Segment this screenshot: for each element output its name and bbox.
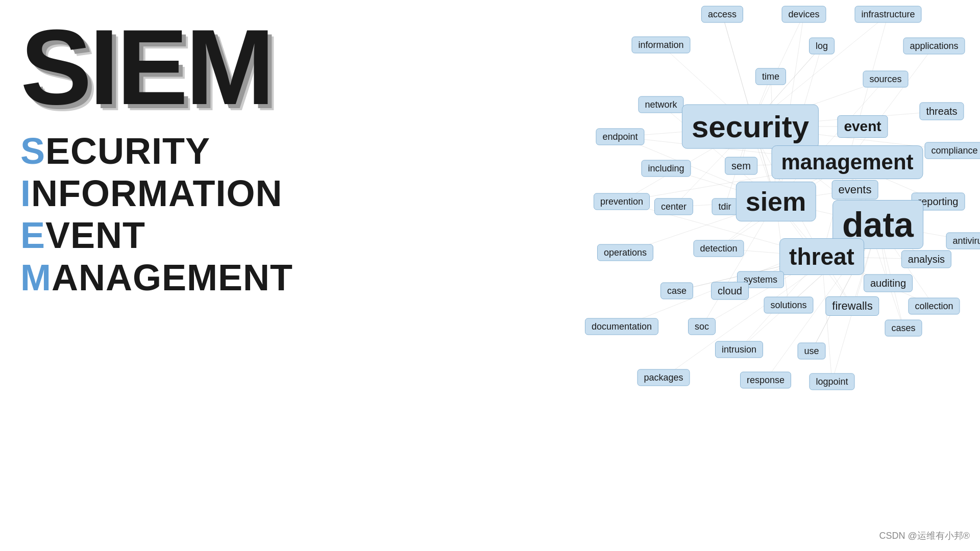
word-compliance: compliance — [924, 142, 980, 159]
word-infrastructure: infrastructure — [854, 6, 921, 23]
acronym-list: SECURITYINFORMATIONEVENTMANAGEMENT — [20, 130, 301, 299]
word-sources: sources — [863, 71, 908, 88]
word-logpoint: logpoint — [809, 373, 854, 390]
word-center: center — [654, 198, 693, 215]
word-log: log — [809, 38, 835, 55]
word-security: security — [682, 105, 819, 149]
word-operations: operations — [597, 244, 653, 261]
svg-line-41 — [847, 14, 888, 162]
acronym-letter: S — [20, 131, 45, 171]
word-devices: devices — [781, 6, 826, 23]
svg-line-70 — [822, 257, 832, 382]
word-threats: threats — [919, 103, 964, 120]
word-soc: soc — [688, 318, 716, 335]
acronym-line: MANAGEMENT — [20, 257, 301, 299]
word-detection: detection — [693, 240, 744, 257]
word-intrusion: intrusion — [715, 341, 763, 358]
watermark: CSDN @运维有小邦® — [879, 530, 970, 542]
word-analysis: analysis — [901, 251, 951, 268]
word-sem: sem — [725, 157, 757, 175]
left-panel: SIEM SECURITYINFORMATIONEVENTMANAGEMENT — [20, 20, 301, 299]
word-threat: threat — [779, 238, 864, 275]
word-time: time — [755, 68, 786, 85]
word-solutions: solutions — [764, 297, 813, 314]
word-siem: siem — [736, 182, 816, 221]
acronym-rest: ANAGEMENT — [52, 257, 293, 298]
word-collection: collection — [908, 298, 960, 315]
acronym-rest: NFORMATION — [31, 173, 283, 214]
word-packages: packages — [637, 369, 690, 386]
word-event: event — [837, 115, 888, 138]
word-auditing: auditing — [864, 274, 913, 292]
word-cases: cases — [885, 320, 922, 337]
acronym-letter: I — [20, 173, 31, 214]
acronym-letter: E — [20, 215, 45, 256]
word-including: including — [641, 160, 691, 177]
acronym-rest: ECURITY — [45, 131, 210, 171]
word-network: network — [638, 96, 683, 113]
word-use: use — [797, 343, 825, 360]
acronym-line: SECURITY — [20, 130, 301, 172]
word-events: events — [832, 180, 878, 199]
acronym-rest: VENT — [45, 215, 145, 256]
word-documentation: documentation — [585, 318, 658, 335]
word-endpoint: endpoint — [596, 129, 644, 145]
word-cloud: cloud — [711, 282, 749, 300]
word-access: access — [701, 6, 743, 23]
acronym-letter: M — [20, 257, 52, 298]
word-applications: applications — [903, 38, 965, 55]
word-antivirus: antivirus — [946, 233, 980, 249]
acronym-line: INFORMATION — [20, 172, 301, 215]
word-case: case — [660, 283, 693, 299]
word-management: management — [771, 145, 923, 179]
acronym-line: EVENT — [20, 214, 301, 257]
word-information: information — [631, 37, 690, 54]
siem-title: SIEM — [20, 20, 301, 115]
word-firewalls: firewalls — [825, 296, 879, 316]
word-tdir: tdir — [712, 198, 738, 215]
word-cloud-panel: accessdevicesinfrastructureinformationlo… — [306, 0, 980, 551]
word-prevention: prevention — [594, 193, 650, 210]
word-response: response — [740, 372, 791, 389]
